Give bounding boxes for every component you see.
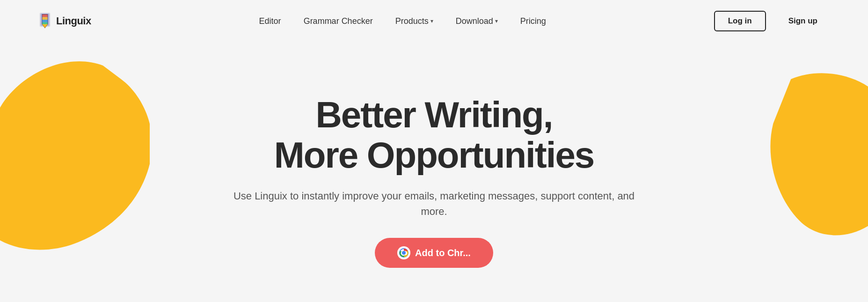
brand-name: Linguix [56,15,91,27]
svg-rect-3 [42,17,47,20]
linguix-logo-icon [37,13,52,29]
nav-links: Editor Grammar Checker Products ▾ Downlo… [259,16,546,26]
hero-title: Better Writing, More Opportunities [224,95,645,176]
hero-content: Better Writing, More Opportunities Use L… [224,95,645,268]
svg-rect-4 [42,20,47,22]
blob-left [0,56,150,253]
nav-pricing[interactable]: Pricing [520,16,546,26]
login-button[interactable]: Log in [714,11,766,31]
blob-right [765,70,868,239]
svg-point-7 [402,251,406,255]
hero-section: Better Writing, More Opportunities Use L… [0,42,868,302]
chrome-icon [397,246,410,259]
svg-rect-5 [42,22,47,24]
cta-button[interactable]: Add to Chr... [375,238,493,268]
nav-grammar-checker[interactable]: Grammar Checker [304,16,373,26]
nav-editor[interactable]: Editor [259,16,281,26]
chevron-down-icon: ▾ [495,18,498,24]
hero-subtitle: Use Linguix to instantly improve your em… [224,188,645,219]
auth-buttons: Log in Sign up [714,11,831,31]
logo-area: Linguix [37,13,91,29]
chevron-down-icon: ▾ [430,18,433,24]
nav-download[interactable]: Download ▾ [456,16,498,26]
svg-rect-2 [42,15,47,17]
signup-button[interactable]: Sign up [775,12,831,30]
nav-products[interactable]: Products ▾ [395,16,433,26]
navbar: Linguix Editor Grammar Checker Products … [0,0,868,42]
